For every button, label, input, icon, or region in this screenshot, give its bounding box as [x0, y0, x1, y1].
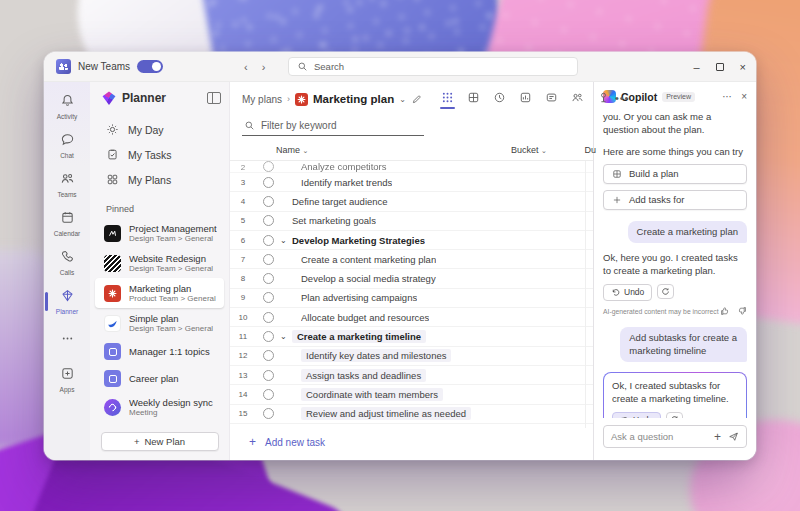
task-checkbox[interactable] [263, 312, 274, 323]
pinned-item[interactable]: Weekly design syncMeeting [95, 392, 224, 422]
task-title[interactable]: Identify market trends [301, 177, 392, 188]
task-checkbox[interactable] [263, 177, 274, 188]
task-title[interactable]: Develop Marketing Strategies [292, 235, 425, 246]
rail-item-apps[interactable]: Apps [45, 361, 89, 398]
sidebar-item-my-tasks[interactable]: My Tasks [90, 142, 229, 167]
charts-view-icon[interactable] [519, 91, 532, 107]
pinned-item[interactable]: Manager 1:1 topics [95, 338, 224, 365]
add-new-task-button[interactable]: + Add new task [230, 428, 593, 460]
activity-icon [60, 93, 75, 112]
attach-plus-icon[interactable]: + [714, 431, 721, 443]
notes-view-icon[interactable] [545, 91, 558, 107]
more-views-icon[interactable]: ••• [615, 92, 630, 107]
rail-item-label: Teams [57, 191, 76, 198]
grid-view-icon[interactable] [441, 91, 454, 107]
task-title[interactable]: Allocate budget and resources [301, 312, 429, 323]
close-button[interactable]: × [740, 62, 746, 73]
new-teams-label: New Teams [78, 61, 130, 72]
pinned-item[interactable]: Marketing planProduct Team > General [95, 278, 224, 308]
task-number: 7 [230, 255, 256, 264]
filter-input[interactable]: Filter by keyword [242, 118, 424, 136]
rail-item-teams[interactable]: Teams [45, 166, 89, 203]
search-input[interactable]: Search [288, 57, 578, 76]
task-checkbox[interactable] [263, 331, 274, 342]
pinned-item[interactable]: Project ManagementDesign Team > General [95, 218, 224, 248]
quick-action-build-plan[interactable]: Build a plan [603, 164, 747, 184]
copilot-close-icon[interactable]: × [741, 92, 747, 102]
thumbs-up-icon[interactable] [720, 306, 730, 316]
minimize-button[interactable]: – [693, 62, 699, 73]
task-checkbox[interactable] [263, 370, 274, 381]
new-plan-button[interactable]: + New Plan [101, 432, 219, 451]
regenerate-button[interactable] [666, 412, 683, 418]
task-number: 3 [230, 178, 256, 187]
send-icon[interactable] [728, 431, 739, 442]
chevron-down-icon[interactable]: ⌄ [280, 236, 292, 245]
rail-item-activity[interactable]: Activity [45, 88, 89, 125]
task-checkbox[interactable] [263, 350, 274, 361]
people-view-icon[interactable] [571, 91, 584, 107]
task-title[interactable]: Develop a social media strategy [301, 273, 436, 284]
task-checkbox[interactable] [263, 235, 274, 246]
new-teams-toggle[interactable] [137, 60, 163, 73]
copilot-conversation: you. Or you can ask me a question about … [594, 109, 756, 418]
pinned-item[interactable]: Career plan [95, 365, 224, 392]
task-title[interactable]: Create a content marketing plan [301, 254, 436, 265]
edit-plan-icon[interactable] [411, 94, 422, 105]
rail-item-chat[interactable]: Chat [45, 127, 89, 164]
timeline-view-icon[interactable] [493, 91, 506, 107]
sidebar-item-my-plans[interactable]: My Plans [90, 167, 229, 192]
chevron-down-icon[interactable]: ⌄ [280, 332, 292, 341]
rail-item-calls[interactable]: Calls [45, 244, 89, 281]
task-checkbox[interactable] [263, 408, 274, 419]
nav-back-icon[interactable]: ‹ [244, 61, 248, 73]
task-title[interactable]: Assign tasks and deadlines [301, 369, 426, 382]
task-title[interactable]: Plan advertising campaigns [301, 292, 417, 303]
task-checkbox[interactable] [263, 389, 274, 400]
task-number: 6 [230, 236, 256, 245]
task-title[interactable]: Identify key dates and milestones [301, 349, 451, 362]
task-title[interactable]: Review and adjust timeline as needed [301, 407, 471, 420]
task-checkbox[interactable] [263, 254, 274, 265]
task-checkbox[interactable] [263, 273, 274, 284]
task-checkbox[interactable] [263, 292, 274, 303]
task-checkbox[interactable] [263, 215, 274, 226]
regenerate-button[interactable] [657, 284, 674, 299]
task-row: 8Develop a social media strategy [230, 269, 593, 288]
pinned-item[interactable]: Website RedesignDesign Team > General [95, 248, 224, 278]
column-bucket[interactable]: Bucket ⌄ [511, 145, 547, 155]
task-title[interactable]: Set marketing goals [292, 215, 376, 226]
undo-button[interactable]: Undo [612, 412, 661, 418]
task-title[interactable]: Coordinate with team members [301, 388, 443, 401]
goals-view-icon[interactable] [597, 91, 610, 107]
refresh-icon [670, 415, 679, 418]
maximize-button[interactable] [716, 63, 724, 71]
rail-item-more[interactable] [45, 322, 89, 359]
collapse-sidebar-icon[interactable] [207, 92, 221, 104]
thumbs-down-icon[interactable] [737, 306, 747, 316]
quick-action-add-tasks[interactable]: Add tasks for [603, 190, 747, 210]
task-title[interactable]: Define target audience [292, 196, 388, 207]
quick-action-label: Add tasks for [629, 194, 684, 205]
copilot-more-icon[interactable]: ⋯ [722, 92, 732, 102]
preview-badge: Preview [662, 92, 695, 102]
board-view-icon[interactable] [467, 91, 480, 107]
task-title[interactable]: Analyze competitors [301, 161, 387, 172]
pinned-item-text: Project ManagementDesign Team > General [129, 223, 217, 243]
column-name[interactable]: Name ⌄ [276, 145, 308, 155]
plan-dropdown-icon[interactable]: ⌄ [399, 95, 406, 104]
nav-forward-icon[interactable]: › [262, 61, 266, 73]
task-checkbox[interactable] [263, 161, 274, 172]
task-title[interactable]: Create a marketing timeline [292, 330, 426, 343]
pinned-item[interactable]: Simple planDesign Team > General [95, 308, 224, 338]
rail-item-planner[interactable]: Planner [45, 283, 89, 320]
sidebar-nav: My DayMy TasksMy Plans [90, 113, 229, 194]
undo-button[interactable]: Undo [603, 284, 652, 301]
task-checkbox[interactable] [263, 196, 274, 207]
ask-question-input[interactable]: Ask a question + [603, 425, 747, 448]
breadcrumb-my-plans[interactable]: My plans [242, 94, 282, 105]
column-due[interactable]: Du [584, 145, 596, 155]
sidebar-item-my-day[interactable]: My Day [90, 117, 229, 142]
rail-item-calendar[interactable]: Calendar [45, 205, 89, 242]
calls-icon [60, 249, 75, 268]
